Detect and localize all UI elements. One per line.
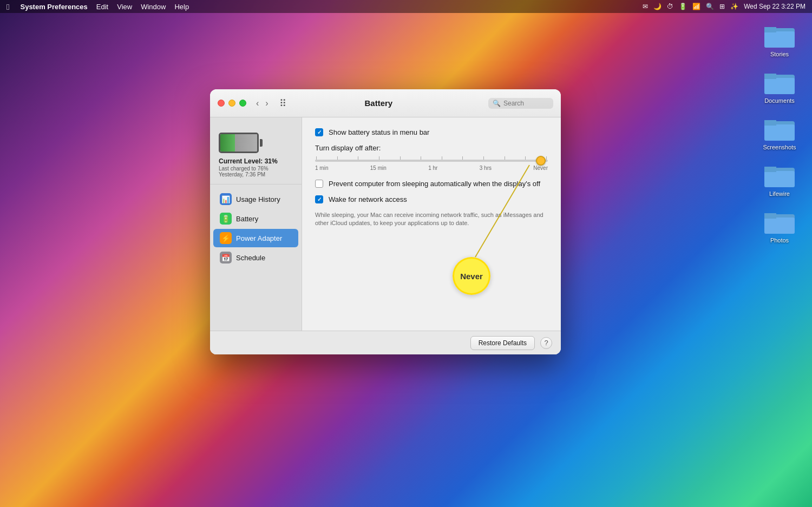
timer-icon[interactable]: ⏱	[667, 3, 673, 10]
svg-rect-7	[764, 124, 795, 141]
battery-body	[219, 133, 259, 153]
prevent-sleeping-checkbox[interactable]	[315, 180, 323, 188]
show-battery-label: Show battery status in menu bar	[329, 128, 429, 136]
menubar-edit[interactable]: Edit	[96, 3, 108, 11]
desktop-icons: Stories Documents Screenshots	[758, 22, 801, 243]
battery-graphic	[219, 133, 259, 153]
main-content: Show battery status in menu bar Turn dis…	[302, 117, 561, 354]
svg-rect-2	[764, 27, 776, 32]
maximize-button[interactable]	[239, 100, 246, 107]
slider-label-3hrs: 3 hrs	[480, 165, 492, 171]
wake-network-row: Wake for network access	[315, 195, 548, 203]
search-input[interactable]	[503, 100, 547, 107]
display-off-label: Turn display off after:	[315, 144, 548, 152]
display-off-section: Turn display off after:	[315, 144, 548, 171]
schedule-icon: 📅	[220, 252, 232, 264]
mail-icon[interactable]: ✉	[643, 3, 648, 10]
slider-label-1min: 1 min	[315, 165, 328, 171]
sidebar-item-usage-history[interactable]: 📊 Usage History	[213, 190, 298, 208]
datetime: Wed Sep 22 3:22 PM	[744, 3, 806, 10]
battery-menubar-icon[interactable]: 🔋	[679, 3, 687, 10]
slider-container	[315, 156, 548, 162]
slider-track[interactable]	[315, 160, 548, 162]
svg-rect-14	[764, 213, 776, 219]
grid-view-button[interactable]: ⠿	[279, 97, 286, 109]
desktop-icon-photos[interactable]: Photos	[758, 208, 801, 243]
menubar-window[interactable]: Window	[141, 3, 166, 11]
svg-rect-1	[764, 31, 795, 48]
search-icon[interactable]: 🔍	[706, 3, 714, 10]
usage-history-icon: 📊	[220, 193, 232, 205]
apple-menu[interactable]: 	[6, 2, 9, 11]
moon-icon[interactable]: 🌙	[653, 3, 662, 10]
schedule-label: Schedule	[236, 254, 265, 262]
documents-label: Documents	[764, 97, 795, 104]
battery-sidebar-icon: 🔋	[220, 213, 232, 225]
control-center-icon[interactable]: ⊞	[719, 3, 725, 10]
battery-info-panel: Current Level: 31% Last charged to 76% Y…	[210, 124, 302, 185]
back-button[interactable]: ‹	[254, 98, 261, 109]
battery-level-text: Current Level: 31%	[219, 157, 295, 165]
show-battery-checkbox[interactable]	[315, 128, 323, 136]
menubar-help[interactable]: Help	[174, 3, 189, 11]
prevent-sleeping-label: Prevent computer from sleeping automatic…	[329, 180, 540, 188]
bottom-bar: Restore Defaults ?	[210, 331, 561, 354]
restore-defaults-button[interactable]: Restore Defaults	[470, 336, 535, 350]
desktop-icon-documents[interactable]: Documents	[758, 68, 801, 104]
desktop-icon-screenshots[interactable]: Screenshots	[758, 115, 801, 150]
battery-sidebar-label: Battery	[236, 215, 258, 223]
desktop-icon-lifewire[interactable]: Lifewire	[758, 161, 801, 197]
screenshots-folder-icon	[763, 115, 796, 142]
svg-rect-5	[764, 74, 776, 79]
titlebar: ‹ › ⠿ Battery 🔍	[210, 89, 561, 117]
wake-network-checkbox[interactable]	[315, 195, 323, 203]
close-button[interactable]	[218, 100, 225, 107]
slider-label-1hr: 1 hr	[428, 165, 437, 171]
svg-rect-4	[764, 78, 795, 94]
show-battery-row: Show battery status in menu bar	[315, 128, 548, 136]
sidebar-item-battery[interactable]: 🔋 Battery	[213, 209, 298, 228]
stories-folder-icon	[763, 22, 796, 49]
forward-button[interactable]: ›	[263, 98, 270, 109]
power-adapter-icon: ⚡	[220, 232, 232, 244]
menubar-view[interactable]: View	[117, 3, 132, 11]
documents-folder-icon	[763, 68, 796, 95]
power-adapter-label: Power Adapter	[236, 234, 282, 242]
svg-rect-8	[764, 120, 776, 126]
search-icon-sm: 🔍	[493, 100, 501, 107]
wake-network-label: Wake for network access	[329, 195, 407, 203]
window-title: Battery	[296, 98, 461, 108]
stories-label: Stories	[770, 51, 789, 57]
menubar-right: ✉ 🌙 ⏱ 🔋 📶 🔍 ⊞ ✨ Wed Sep 22 3:22 PM	[643, 3, 806, 10]
menubar:  System Preferences Edit View Window He…	[0, 0, 812, 13]
battery-fill-gray	[235, 134, 257, 152]
lifewire-label: Lifewire	[769, 190, 790, 197]
wifi-icon[interactable]: 📶	[692, 3, 700, 10]
slider-label-never: Never	[533, 165, 548, 171]
desktop-icon-stories[interactable]: Stories	[758, 22, 801, 57]
slider-labels: 1 min 15 min 1 hr 3 hrs Never	[315, 165, 548, 171]
svg-rect-10	[764, 171, 795, 187]
battery-fill-green	[220, 134, 235, 152]
slider-label-15min: 15 min	[370, 165, 387, 171]
system-preferences-window: ‹ › ⠿ Battery 🔍 Current Level: 31%	[210, 89, 561, 354]
never-annotation-label: Never	[460, 272, 483, 281]
help-button[interactable]: ?	[540, 337, 552, 349]
battery-charged-text: Last charged to 76%	[219, 166, 295, 172]
menubar-app-name[interactable]: System Preferences	[20, 3, 87, 11]
photos-folder-icon	[763, 208, 796, 235]
svg-rect-11	[764, 167, 776, 172]
never-annotation-circle: Never	[453, 257, 490, 295]
slider-thumb[interactable]	[536, 156, 546, 166]
search-box[interactable]: 🔍	[488, 98, 553, 109]
usage-history-label: Usage History	[236, 195, 280, 203]
traffic-lights	[218, 100, 246, 107]
svg-rect-13	[764, 218, 795, 234]
minimize-button[interactable]	[228, 100, 235, 107]
sidebar-item-schedule[interactable]: 📅 Schedule	[213, 248, 298, 267]
spotlight-icon[interactable]: ✨	[730, 3, 738, 10]
sidebar-item-power-adapter[interactable]: ⚡ Power Adapter	[213, 229, 298, 247]
lifewire-folder-icon	[763, 161, 796, 188]
battery-tip	[260, 139, 263, 147]
nav-arrows: ‹ ›	[254, 98, 271, 109]
